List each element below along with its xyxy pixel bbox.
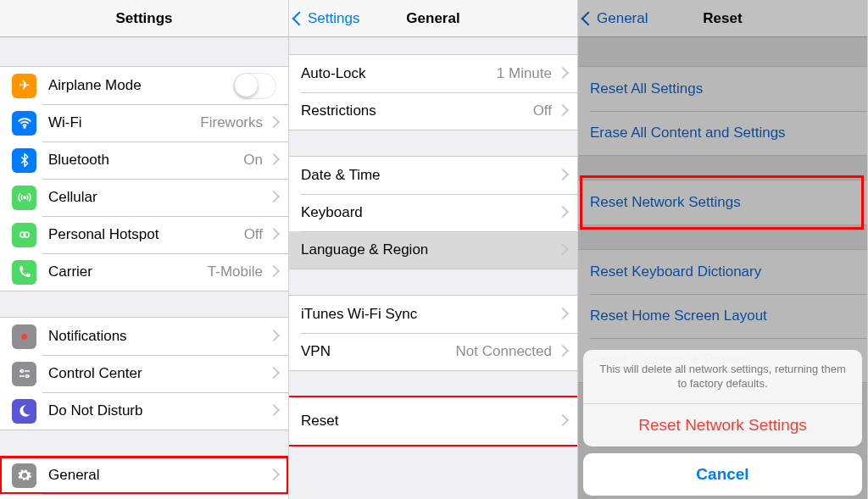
label: Date & Time xyxy=(301,167,559,184)
detail: Not Connected xyxy=(456,343,552,360)
cell-reset-home-screen[interactable]: Reset Home Screen Layout xyxy=(578,294,867,338)
label: Reset xyxy=(301,413,559,430)
cell-display-brightness[interactable]: AA Display & Brightness xyxy=(0,494,288,499)
label: Notifications xyxy=(48,328,270,345)
chevron-right-icon xyxy=(559,416,565,427)
label: Airplane Mode xyxy=(48,77,233,94)
nav-title: Settings xyxy=(115,10,172,27)
label: Reset Network Settings xyxy=(590,194,855,211)
action-sheet-group: This will delete all network settings, r… xyxy=(583,350,862,446)
label: iTunes Wi-Fi Sync xyxy=(301,306,559,323)
cell-notifications[interactable]: ● Notifications xyxy=(0,318,288,355)
label: Erase All Content and Settings xyxy=(590,125,855,141)
cell-auto-lock[interactable]: Auto-Lock 1 Minute xyxy=(289,55,577,92)
phone-icon xyxy=(12,260,36,285)
general-content[interactable]: Auto-Lock 1 Minute Restrictions Off Date… xyxy=(289,37,577,499)
navbar-general: Settings General xyxy=(289,0,577,37)
chevron-right-icon xyxy=(559,347,565,358)
label: Restrictions xyxy=(301,103,533,119)
general-group-2: Date & Time Keyboard Language & Region xyxy=(289,156,577,269)
action-sheet: This will delete all network settings, r… xyxy=(583,350,862,496)
detail: Fireworks xyxy=(200,114,263,131)
action-sheet-destructive-button[interactable]: Reset Network Settings xyxy=(583,403,862,446)
chevron-right-icon xyxy=(270,118,276,129)
label: VPN xyxy=(301,343,456,360)
label: General xyxy=(48,467,270,484)
cell-itunes-wifi-sync[interactable]: iTunes Wi-Fi Sync xyxy=(289,296,577,333)
label: Auto-Lock xyxy=(301,65,497,82)
chevron-right-icon xyxy=(270,470,276,481)
cell-reset[interactable]: Reset xyxy=(289,397,577,445)
settings-panel: Settings ✈ Airplane Mode Wi-Fi Fireworks… xyxy=(0,0,289,499)
airplane-switch[interactable] xyxy=(233,73,276,99)
cell-reset-keyboard-dictionary[interactable]: Reset Keyboard Dictionary xyxy=(578,250,867,294)
cell-erase-all-content[interactable]: Erase All Content and Settings xyxy=(578,111,867,155)
label: Reset Home Screen Layout xyxy=(590,308,855,324)
label: Wi-Fi xyxy=(48,114,200,131)
chevron-right-icon xyxy=(559,208,565,219)
chevron-right-icon xyxy=(270,267,276,278)
cell-wifi[interactable]: Wi-Fi Fireworks xyxy=(0,104,288,141)
cell-carrier[interactable]: Carrier T-Mobile xyxy=(0,253,288,291)
chevron-right-icon xyxy=(270,369,276,380)
label: Keyboard xyxy=(301,204,559,221)
chevron-right-icon xyxy=(559,245,565,256)
label: Bluetooth xyxy=(48,152,243,169)
navbar-reset: General Reset xyxy=(578,0,867,37)
cell-airplane-mode[interactable]: ✈ Airplane Mode xyxy=(0,67,288,104)
label: Reset Keyboard Dictionary xyxy=(590,263,855,280)
navbar-settings: Settings xyxy=(0,0,288,37)
cell-restrictions[interactable]: Restrictions Off xyxy=(289,92,577,130)
controlcenter-icon xyxy=(12,362,36,386)
label: Do Not Disturb xyxy=(48,402,270,419)
cell-reset-all-settings[interactable]: Reset All Settings xyxy=(578,67,867,111)
cell-reset-network-settings[interactable]: Reset Network Settings xyxy=(578,180,867,225)
action-sheet-cancel-button[interactable]: Cancel xyxy=(583,453,862,496)
cell-cellular[interactable]: Cellular xyxy=(0,179,288,216)
chevron-right-icon xyxy=(559,69,565,80)
chevron-right-icon xyxy=(270,230,276,241)
moon-icon xyxy=(12,399,36,424)
settings-content[interactable]: ✈ Airplane Mode Wi-Fi Fireworks Bluetoot… xyxy=(0,37,288,499)
general-panel: Settings General Auto-Lock 1 Minute Rest… xyxy=(289,0,578,499)
reset-group-2: Reset Network Settings xyxy=(578,180,867,225)
cell-control-center[interactable]: Control Center xyxy=(0,355,288,392)
general-group-1: Auto-Lock 1 Minute Restrictions Off xyxy=(289,54,577,130)
general-group-3: iTunes Wi-Fi Sync VPN Not Connected xyxy=(289,295,577,371)
chevron-right-icon xyxy=(270,406,276,417)
settings-group-system: ● Notifications Control Center Do Not Di… xyxy=(0,317,288,430)
cellular-icon xyxy=(12,186,36,210)
notifications-icon: ● xyxy=(12,324,36,349)
cell-general[interactable]: General xyxy=(0,457,288,494)
cell-bluetooth[interactable]: Bluetooth On xyxy=(0,141,288,179)
chevron-right-icon xyxy=(559,309,565,320)
cell-personal-hotspot[interactable]: Personal Hotspot Off xyxy=(0,216,288,253)
svg-point-7 xyxy=(25,375,28,378)
back-button[interactable]: General xyxy=(583,10,648,27)
general-group-reset: Reset xyxy=(289,396,577,446)
chevron-right-icon xyxy=(559,170,565,181)
bluetooth-icon xyxy=(12,148,36,173)
back-button[interactable]: Settings xyxy=(294,10,359,27)
cell-date-time[interactable]: Date & Time xyxy=(289,157,577,194)
gear-icon xyxy=(12,463,36,488)
cell-language-region[interactable]: Language & Region xyxy=(289,231,577,269)
chevron-right-icon xyxy=(270,331,276,342)
cell-keyboard[interactable]: Keyboard xyxy=(289,194,577,231)
label: Cellular xyxy=(48,189,270,206)
back-label: Settings xyxy=(308,10,359,27)
chevron-right-icon xyxy=(270,155,276,166)
action-sheet-message: This will delete all network settings, r… xyxy=(583,350,862,403)
reset-panel: General Reset Reset All Settings Erase A… xyxy=(578,0,868,499)
cell-do-not-disturb[interactable]: Do Not Disturb xyxy=(0,392,288,430)
reset-group-1: Reset All Settings Erase All Content and… xyxy=(578,66,867,156)
hotspot-icon xyxy=(12,223,36,247)
back-label: General xyxy=(597,10,648,27)
settings-group-connectivity: ✈ Airplane Mode Wi-Fi Fireworks Bluetoot… xyxy=(0,66,288,291)
label: Control Center xyxy=(48,365,270,382)
chevron-left-icon xyxy=(583,10,593,27)
detail: T-Mobile xyxy=(208,263,263,280)
detail: Off xyxy=(533,103,552,119)
cell-vpn[interactable]: VPN Not Connected xyxy=(289,333,577,370)
chevron-right-icon xyxy=(559,106,565,117)
